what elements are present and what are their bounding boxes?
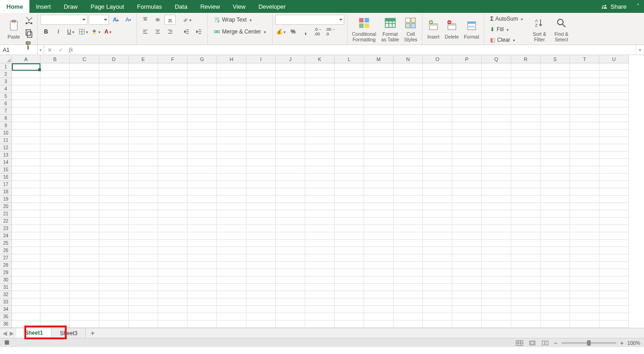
- cell[interactable]: [393, 203, 423, 210]
- cell[interactable]: [246, 71, 276, 78]
- column-header[interactable]: E: [129, 55, 158, 63]
- cell[interactable]: [511, 93, 541, 100]
- cell[interactable]: [276, 115, 305, 122]
- cell[interactable]: [305, 137, 335, 144]
- cell[interactable]: [305, 232, 335, 240]
- cell[interactable]: [12, 262, 40, 269]
- cell[interactable]: [12, 115, 40, 122]
- cell[interactable]: [482, 122, 511, 129]
- cell[interactable]: [305, 196, 335, 203]
- cell[interactable]: [541, 181, 570, 188]
- cell[interactable]: [217, 159, 246, 166]
- cell[interactable]: [364, 137, 393, 144]
- cell[interactable]: [217, 137, 246, 144]
- cell[interactable]: [423, 196, 452, 203]
- ribbon-tab-page-layout[interactable]: Page Layout: [84, 0, 131, 13]
- cell[interactable]: [188, 269, 217, 276]
- cell[interactable]: [40, 240, 70, 247]
- cell[interactable]: [129, 85, 158, 93]
- merge-center-button[interactable]: Merge & Center: [211, 27, 269, 37]
- cell[interactable]: [511, 78, 541, 85]
- cell[interactable]: [217, 276, 246, 284]
- cell[interactable]: [70, 85, 99, 93]
- cell[interactable]: [541, 306, 570, 313]
- cell[interactable]: [40, 129, 70, 137]
- cell[interactable]: [217, 85, 246, 93]
- cell[interactable]: [482, 85, 511, 93]
- cell[interactable]: [188, 166, 217, 174]
- cell[interactable]: [305, 284, 335, 291]
- cell[interactable]: [99, 93, 129, 100]
- cell[interactable]: [541, 320, 570, 328]
- cell[interactable]: [541, 269, 570, 276]
- cell[interactable]: [423, 122, 452, 129]
- cell[interactable]: [129, 115, 158, 122]
- cell[interactable]: [305, 225, 335, 232]
- cell[interactable]: [541, 284, 570, 291]
- cell[interactable]: [541, 291, 570, 298]
- cell[interactable]: [158, 196, 188, 203]
- zoom-in-button[interactable]: +: [620, 339, 624, 347]
- cell[interactable]: [12, 240, 40, 247]
- cell[interactable]: [305, 129, 335, 137]
- cell[interactable]: [364, 152, 393, 159]
- row-header[interactable]: 28: [0, 262, 12, 269]
- cell[interactable]: [188, 254, 217, 262]
- cell[interactable]: [599, 247, 629, 254]
- cell[interactable]: [452, 71, 482, 78]
- row-header[interactable]: 24: [0, 232, 12, 240]
- cell[interactable]: [40, 144, 70, 152]
- cell[interactable]: [570, 71, 599, 78]
- cell[interactable]: [70, 298, 99, 306]
- cell[interactable]: [129, 306, 158, 313]
- ribbon-tab-developer[interactable]: Developer: [252, 0, 292, 13]
- cell[interactable]: [305, 262, 335, 269]
- cell[interactable]: [570, 218, 599, 225]
- cell[interactable]: [188, 93, 217, 100]
- cell[interactable]: [305, 63, 335, 71]
- paste-button[interactable]: Paste: [6, 15, 22, 44]
- ribbon-tab-review[interactable]: Review: [194, 0, 227, 13]
- cell[interactable]: [99, 306, 129, 313]
- cell[interactable]: [12, 188, 40, 196]
- cell[interactable]: [335, 291, 364, 298]
- cell[interactable]: [511, 174, 541, 181]
- cell[interactable]: [70, 306, 99, 313]
- cell[interactable]: [452, 115, 482, 122]
- cell[interactable]: [129, 137, 158, 144]
- cell[interactable]: [482, 100, 511, 107]
- cell[interactable]: [246, 152, 276, 159]
- cell[interactable]: [70, 93, 99, 100]
- cell[interactable]: [393, 232, 423, 240]
- row-header[interactable]: 22: [0, 218, 12, 225]
- cell[interactable]: [335, 254, 364, 262]
- cell[interactable]: [335, 166, 364, 174]
- cell[interactable]: [335, 152, 364, 159]
- cell[interactable]: [158, 218, 188, 225]
- font-size-select[interactable]: 12: [89, 15, 109, 25]
- cell[interactable]: [305, 276, 335, 284]
- cell[interactable]: [393, 93, 423, 100]
- cell[interactable]: [217, 203, 246, 210]
- cell[interactable]: [188, 196, 217, 203]
- cell[interactable]: [188, 298, 217, 306]
- column-header[interactable]: I: [246, 55, 276, 63]
- cell[interactable]: [541, 196, 570, 203]
- cell[interactable]: [188, 115, 217, 122]
- cell[interactable]: [482, 137, 511, 144]
- cell[interactable]: [70, 291, 99, 298]
- cell[interactable]: [393, 100, 423, 107]
- cell[interactable]: [335, 298, 364, 306]
- cell[interactable]: [305, 85, 335, 93]
- cell[interactable]: [40, 210, 70, 218]
- cell[interactable]: [599, 291, 629, 298]
- page-layout-view-button[interactable]: [528, 339, 537, 347]
- cell[interactable]: [570, 129, 599, 137]
- cell[interactable]: [217, 100, 246, 107]
- cell[interactable]: [99, 210, 129, 218]
- cell[interactable]: [276, 137, 305, 144]
- cell[interactable]: [482, 232, 511, 240]
- font-name-select[interactable]: Calibri (Body): [40, 15, 87, 25]
- cell[interactable]: [570, 63, 599, 71]
- cell[interactable]: [217, 269, 246, 276]
